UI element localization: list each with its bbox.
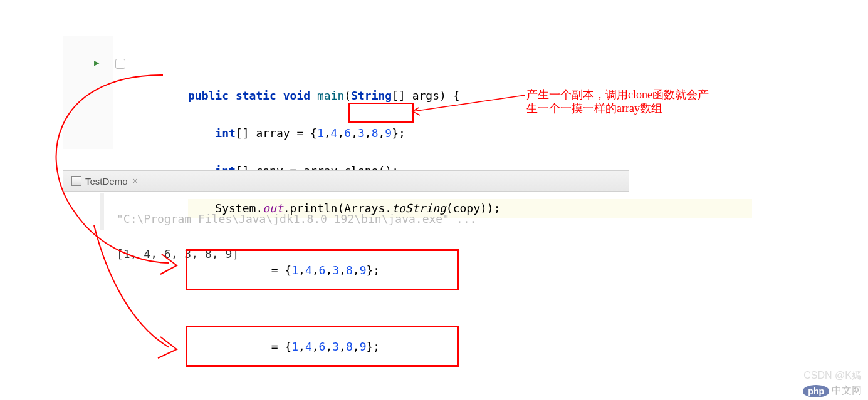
gutter-row: [63, 130, 113, 149]
array-copy-box-2: = {1,4,6,3,8,9};: [186, 326, 459, 367]
code-line-2: int[] array = {1,4,6,3,8,9};: [188, 124, 752, 143]
gutter-row: [63, 36, 113, 55]
gutter-row: [63, 74, 113, 93]
gutter-row: [63, 93, 113, 111]
run-tab-bar: TestDemo ×: [63, 170, 629, 192]
run-icon[interactable]: ▶: [94, 58, 99, 68]
fold-icon[interactable]: [115, 59, 125, 69]
tab-close-icon[interactable]: ×: [133, 176, 138, 186]
clone-highlight-box: [348, 103, 414, 123]
php-logo-icon: php: [803, 385, 829, 397]
gutter-row: [63, 111, 113, 130]
array-copy-box-1: = {1,4,6,3,8,9};: [186, 249, 459, 290]
csdn-watermark: CSDN @K嫣: [803, 369, 862, 382]
console-line-1: "C:\Program Files\Java\jdk1.8.0_192\bin\…: [117, 210, 476, 228]
editor-gutter: ▶: [63, 36, 113, 149]
text-cursor: [501, 203, 501, 215]
annotation-text: 产生一个副本，调用clone函数就会产 生一个一摸一样的array数组: [526, 88, 709, 115]
tab-icon: [71, 176, 81, 186]
gutter-row: ▶: [63, 55, 113, 74]
console-gutter: [100, 193, 104, 230]
php-watermark: php 中文网: [803, 384, 862, 397]
tab-name[interactable]: TestDemo: [85, 176, 128, 187]
